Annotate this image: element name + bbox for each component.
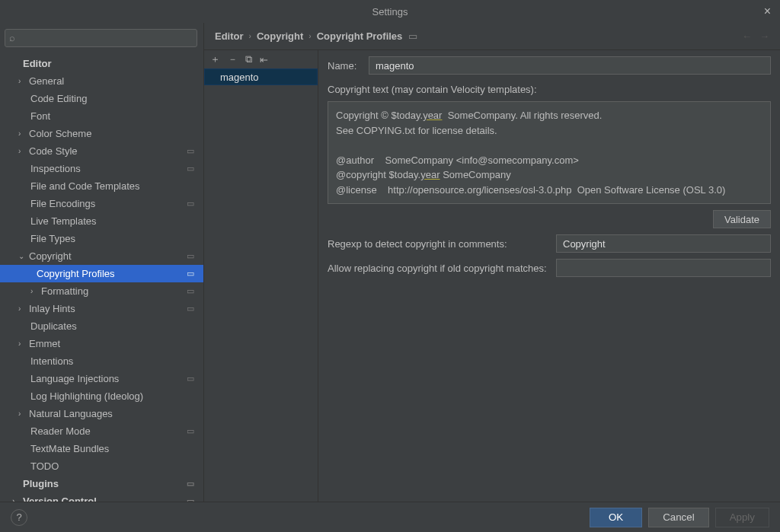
left-panel: ⌕ ▸Editor ›General Code Editing Font ›Co… [0, 23, 204, 502]
name-input[interactable] [369, 56, 771, 75]
tree-language-injections[interactable]: Language Injections▭ [0, 370, 203, 387]
tree-todo[interactable]: TODO [0, 457, 203, 475]
copyright-text-label: Copyright text (may contain Velocity tem… [328, 84, 771, 95]
project-badge-icon: ▭ [187, 269, 194, 279]
project-badge-icon: ▭ [187, 164, 194, 174]
project-badge-icon: ▭ [187, 496, 194, 502]
tree-code-editing[interactable]: Code Editing [0, 90, 203, 107]
allow-replace-input[interactable] [556, 259, 771, 277]
breadcrumb-profiles: Copyright Profiles [317, 30, 403, 42]
breadcrumb-copyright[interactable]: Copyright [257, 30, 303, 42]
tree-natural-languages[interactable]: ›Natural Languages [0, 405, 203, 422]
validate-button[interactable]: Validate [713, 210, 771, 228]
titlebar: Settings × [0, 0, 780, 23]
tree-plugins[interactable]: ▸Plugins▭ [0, 475, 203, 492]
project-badge-icon: ▭ [187, 251, 194, 261]
cancel-button[interactable]: Cancel [648, 508, 709, 527]
tree-reader-mode[interactable]: Reader Mode▭ [0, 422, 203, 440]
tree-file-encodings[interactable]: File Encodings▭ [0, 195, 203, 212]
window-title: Settings [372, 6, 408, 18]
search-icon: ⌕ [9, 32, 15, 43]
tree-font[interactable]: Font [0, 107, 203, 125]
regexp-input[interactable] [556, 234, 771, 253]
tree-editor[interactable]: ▸Editor [0, 55, 203, 72]
profile-item-magento[interactable]: magento [204, 68, 318, 85]
breadcrumb: Editor › Copyright › Copyright Profiles … [204, 23, 780, 50]
tree-textmate[interactable]: TextMate Bundles [0, 440, 203, 457]
detail-row: ＋ － ⧉ ⇤ magento Name: Copyright text (ma… [204, 50, 780, 502]
search-box: ⌕ [5, 29, 197, 47]
tree-copyright-profiles[interactable]: Copyright Profiles▭ [0, 265, 203, 282]
project-badge-icon: ▭ [187, 426, 194, 436]
regexp-label: Regexp to detect copyright in comments: [328, 238, 556, 250]
copy-icon[interactable]: ⧉ [245, 53, 252, 65]
tree-live-templates[interactable]: Live Templates [0, 212, 203, 230]
chevron-right-icon: › [249, 32, 251, 40]
profile-toolbar: ＋ － ⧉ ⇤ [204, 50, 318, 68]
tree-inlay-hints[interactable]: ›Inlay Hints▭ [0, 300, 203, 317]
footer: ? OK Cancel Apply [0, 502, 780, 532]
apply-button: Apply [715, 508, 769, 527]
name-label: Name: [328, 60, 361, 72]
chevron-right-icon: › [308, 32, 311, 40]
tree-copyright[interactable]: ⌄Copyright▭ [0, 247, 203, 265]
remove-icon[interactable]: － [228, 53, 238, 66]
project-badge-icon: ▭ [187, 146, 194, 156]
breadcrumb-editor[interactable]: Editor [215, 30, 244, 42]
tree-version-control[interactable]: ›Version Control▭ [0, 492, 203, 502]
nav-back-icon[interactable]: ← [742, 30, 752, 42]
tree-intentions[interactable]: Intentions [0, 352, 203, 370]
project-badge-icon: ▭ [408, 30, 417, 42]
project-badge-icon: ▭ [187, 374, 194, 384]
tree-emmet[interactable]: ›Emmet [0, 335, 203, 352]
project-badge-icon: ▭ [187, 286, 194, 296]
right-panel: Editor › Copyright › Copyright Profiles … [204, 23, 780, 502]
tree-formatting[interactable]: ›Formatting▭ [0, 282, 203, 300]
project-badge-icon: ▭ [187, 199, 194, 209]
add-icon[interactable]: ＋ [210, 53, 220, 66]
nav-forward-icon[interactable]: → [759, 30, 769, 42]
tree-file-code-templates[interactable]: File and Code Templates [0, 177, 203, 195]
copyright-text-area[interactable]: Copyright © $today.year SomeCompany. All… [328, 101, 771, 204]
help-button[interactable]: ? [11, 509, 27, 526]
settings-tree[interactable]: ▸Editor ›General Code Editing Font ›Colo… [0, 50, 203, 502]
form-area: Name: Copyright text (may contain Veloci… [318, 50, 780, 502]
tree-code-style[interactable]: ›Code Style▭ [0, 142, 203, 160]
content-area: ⌕ ▸Editor ›General Code Editing Font ›Co… [0, 23, 780, 502]
search-input[interactable] [5, 29, 197, 47]
ok-button[interactable]: OK [590, 508, 642, 527]
close-icon[interactable]: × [764, 5, 771, 18]
tree-general[interactable]: ›General [0, 72, 203, 90]
tree-inspections[interactable]: Inspections▭ [0, 160, 203, 177]
profile-list: ＋ － ⧉ ⇤ magento [204, 50, 318, 502]
tree-color-scheme[interactable]: ›Color Scheme [0, 125, 203, 142]
allow-replace-label: Allow replacing copyright if old copyrig… [328, 263, 556, 274]
tree-duplicates[interactable]: Duplicates [0, 317, 203, 335]
project-badge-icon: ▭ [187, 304, 194, 314]
tree-file-types[interactable]: File Types [0, 230, 203, 247]
import-icon[interactable]: ⇤ [260, 54, 268, 65]
tree-log-highlighting[interactable]: Log Highlighting (Ideolog) [0, 387, 203, 405]
project-badge-icon: ▭ [187, 479, 194, 489]
